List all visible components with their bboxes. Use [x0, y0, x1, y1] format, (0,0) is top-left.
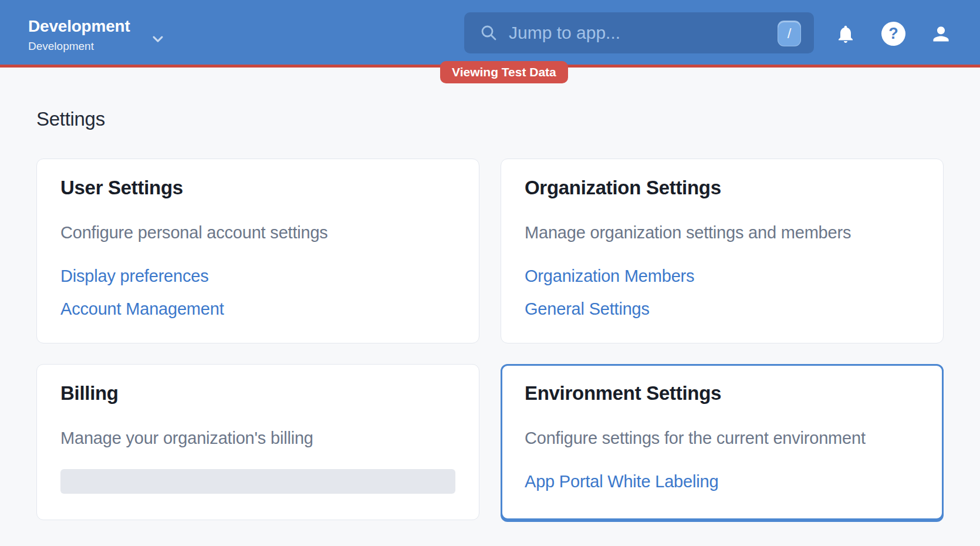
- help-icon: ?: [881, 22, 905, 46]
- card-description: Manage your organization's billing: [60, 427, 455, 449]
- link-app-portal-white-labeling[interactable]: App Portal White Labeling: [525, 470, 920, 493]
- link-account-management[interactable]: Account Management: [60, 298, 455, 320]
- top-navigation: Development Development / ? Viewing Test…: [0, 0, 980, 68]
- card-description: Configure settings for the current envir…: [525, 427, 920, 449]
- user-icon: [930, 23, 952, 45]
- billing-loading-skeleton: [60, 469, 455, 494]
- link-display-preferences[interactable]: Display preferences: [60, 265, 455, 287]
- notifications-button[interactable]: [835, 23, 856, 45]
- environment-subtitle: Development: [28, 39, 130, 53]
- card-links: Organization Members General Settings: [525, 265, 920, 320]
- search-icon: [479, 23, 498, 42]
- slash-shortcut-key: /: [778, 21, 801, 46]
- search-bar[interactable]: /: [464, 12, 814, 53]
- account-button[interactable]: [930, 23, 952, 45]
- environment-switcher-labels: Development Development: [28, 16, 130, 53]
- search-input[interactable]: [509, 12, 761, 53]
- card-environment-settings: Environment Settings Configure settings …: [501, 364, 944, 520]
- card-links: App Portal White Labeling: [525, 470, 920, 493]
- chevron-down-icon: [150, 31, 166, 47]
- bell-icon: [835, 23, 856, 45]
- card-description: Configure personal account settings: [60, 221, 455, 244]
- settings-cards-grid: User Settings Configure personal account…: [36, 159, 944, 520]
- link-general-settings[interactable]: General Settings: [525, 298, 920, 320]
- card-links: Display preferences Account Management: [60, 265, 455, 320]
- card-billing: Billing Manage your organization's billi…: [36, 364, 479, 520]
- card-title: Environment Settings: [525, 381, 920, 406]
- card-title: Organization Settings: [525, 176, 920, 200]
- help-button[interactable]: ?: [881, 22, 905, 46]
- viewing-test-data-badge: Viewing Test Data: [440, 61, 568, 83]
- settings-page: Settings User Settings Configure persona…: [0, 68, 980, 520]
- card-user-settings: User Settings Configure personal account…: [36, 159, 479, 343]
- environment-name: Development: [28, 16, 130, 36]
- page-title: Settings: [36, 109, 944, 129]
- card-organization-settings: Organization Settings Manage organizatio…: [501, 159, 944, 343]
- link-organization-members[interactable]: Organization Members: [525, 265, 920, 287]
- environment-switcher[interactable]: Development Development: [28, 16, 130, 53]
- card-description: Manage organization settings and members: [525, 221, 920, 244]
- card-title: Billing: [60, 381, 455, 406]
- card-title: User Settings: [60, 176, 455, 200]
